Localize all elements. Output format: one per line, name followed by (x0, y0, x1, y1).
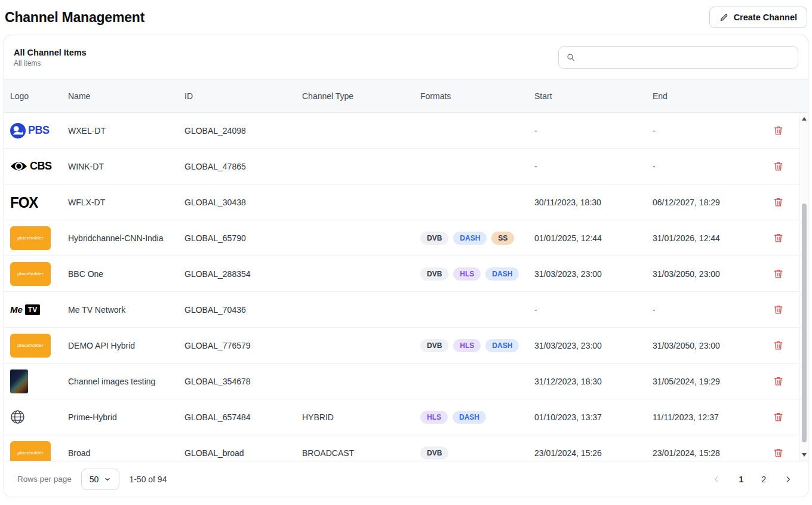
delete-button[interactable] (770, 337, 786, 353)
format-badge-hls: HLS (420, 411, 448, 424)
pagination-range: 1-50 of 94 (129, 475, 167, 484)
channel-id: GLOBAL_47865 (184, 162, 302, 171)
next-page-button[interactable] (783, 474, 793, 485)
end-date: - (653, 305, 771, 315)
channel-id: GLOBAL_70436 (184, 305, 302, 315)
table-row: Channel images testingGLOBAL_35467831/12… (4, 364, 808, 399)
actions-cell (771, 301, 802, 318)
column-header-start: Start (534, 91, 653, 101)
start-date: 30/11/2023, 18:30 (534, 198, 653, 207)
table-row: placeholderDEMO API HybridGLOBAL_776579D… (4, 328, 808, 364)
rows-per-page-value: 50 (90, 475, 99, 484)
delete-button[interactable] (770, 194, 786, 210)
channel-id: GLOBAL_broad (184, 448, 302, 458)
placeholder-logo-label: placeholder (17, 343, 44, 348)
channel-name: WINK-DT (68, 162, 184, 171)
cbs-wordmark: CBS (30, 160, 52, 173)
scroll-down-arrow[interactable] (802, 453, 807, 457)
table-row: placeholderBroadGLOBAL_broadBROADCASTDVB… (4, 435, 808, 461)
search-box[interactable] (558, 46, 798, 69)
table-row: placeholderHybridchannel-CNN-IndiaGLOBAL… (4, 220, 808, 256)
actions-cell (771, 373, 802, 389)
pagination-right: 1 2 (711, 474, 793, 485)
delete-button[interactable] (770, 373, 786, 389)
create-channel-button[interactable]: Create Channel (709, 7, 807, 28)
actions-cell (771, 122, 802, 138)
channel-list-card: All Channel Items All items LogoNameIDCh… (4, 35, 808, 497)
start-date: 23/01/2024, 15:26 (534, 448, 653, 458)
table-row: Prime-HybridGLOBAL_657484HYBRIDHLSDASH01… (4, 399, 808, 435)
formats-cell: DVBHLSDASH (420, 339, 534, 352)
delete-button[interactable] (770, 122, 786, 138)
format-badge-ss: SS (491, 232, 514, 245)
end-date: 31/03/2050, 23:00 (653, 341, 771, 350)
channel-type: HYBRID (302, 412, 420, 422)
format-badge-dash: DASH (485, 339, 519, 352)
format-badge-hls: HLS (453, 267, 481, 281)
channel-name: Prime-Hybrid (68, 412, 184, 422)
delete-button[interactable] (770, 230, 786, 246)
formats-cell: DVBHLSDASH (420, 267, 534, 281)
column-header-channel-type: Channel Type (302, 91, 420, 101)
format-badge-dash: DASH (485, 267, 519, 281)
delete-button[interactable] (770, 266, 786, 282)
delete-button[interactable] (770, 158, 786, 174)
logo-cell (10, 409, 68, 424)
actions-cell (771, 337, 802, 353)
end-date: 31/05/2024, 19:29 (653, 377, 771, 386)
end-date: - (653, 162, 771, 171)
end-date: 31/03/2050, 23:00 (653, 269, 771, 279)
scrollbar-thumb[interactable] (802, 204, 807, 442)
actions-cell (771, 445, 802, 461)
end-date: - (653, 126, 771, 136)
placeholder-logo-box: placeholder (10, 334, 51, 358)
delete-button[interactable] (770, 409, 786, 425)
rows-per-page-select[interactable]: 50 (81, 469, 120, 490)
fox-wordmark: FOX (10, 193, 38, 211)
start-date: 31/12/2023, 18:30 (534, 377, 653, 386)
channel-name: WXEL-DT (68, 126, 184, 136)
card-header: All Channel Items All items (4, 35, 808, 79)
page-title: Channel Management (5, 10, 144, 26)
image-logo (10, 369, 62, 393)
start-date: 31/03/2023, 23:00 (534, 341, 653, 350)
page-2-button[interactable]: 2 (760, 474, 767, 485)
start-date: - (534, 305, 653, 315)
top-bar: Channel Management Create Channel (0, 0, 812, 35)
channel-name: Broad (68, 448, 184, 458)
logo-cell: CBS (10, 160, 68, 173)
scroll-up-arrow[interactable] (802, 117, 807, 121)
logo-cell: placeholder (10, 226, 68, 250)
channel-id: GLOBAL_354678 (184, 377, 302, 386)
fox-logo: FOX (10, 194, 62, 211)
actions-cell (771, 230, 802, 246)
previous-page-button[interactable] (711, 474, 722, 485)
column-header-logo: Logo (10, 91, 68, 101)
actions-cell (771, 158, 802, 174)
cbs-eye-icon (10, 161, 27, 171)
page-1-button[interactable]: 1 (737, 474, 745, 485)
chevron-down-icon (104, 476, 111, 483)
channel-name: Channel images testing (68, 377, 184, 386)
placeholder-logo-box: placeholder (10, 441, 51, 461)
placeholder-logo: placeholder (10, 334, 62, 358)
logo-cell: placeholder (10, 262, 68, 286)
logo-cell: MeTV (10, 304, 68, 315)
channel-thumbnail-image (10, 369, 28, 393)
logo-cell (10, 369, 68, 393)
pencil-icon (719, 13, 728, 22)
metv-wordmark: Me (10, 304, 23, 315)
actions-cell (771, 266, 802, 282)
vertical-scrollbar[interactable] (799, 113, 808, 461)
placeholder-logo-box: placeholder (10, 262, 51, 286)
logo-cell: FOX (10, 194, 68, 211)
delete-button[interactable] (770, 301, 786, 318)
format-badge-dvb: DVB (420, 447, 448, 460)
channel-id: GLOBAL_776579 (184, 341, 302, 350)
search-input[interactable] (580, 52, 791, 63)
placeholder-logo: placeholder (10, 262, 62, 286)
globe-logo (10, 409, 62, 424)
start-date: 01/10/2023, 13:37 (534, 412, 653, 422)
channel-name: BBC One (68, 269, 184, 279)
delete-button[interactable] (770, 445, 786, 461)
